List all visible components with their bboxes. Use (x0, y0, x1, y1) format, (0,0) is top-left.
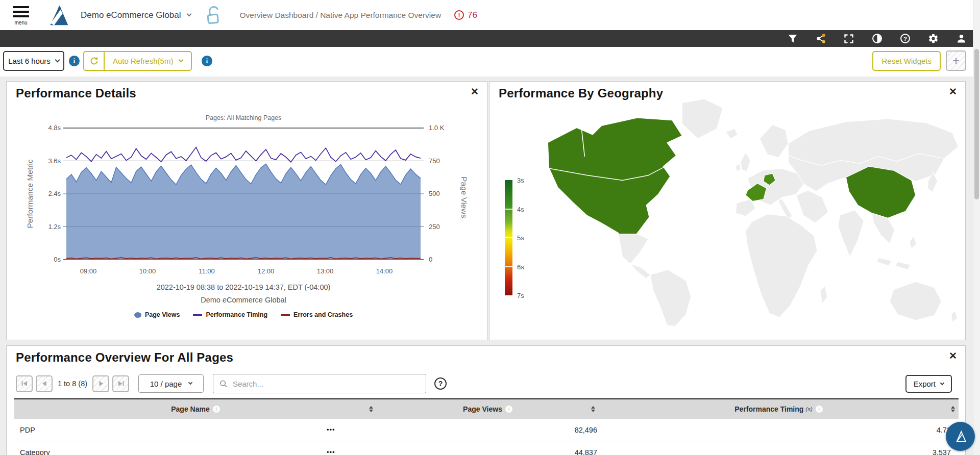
country-new-zealand (951, 311, 958, 322)
region-scandinavia (760, 125, 788, 158)
table-help-icon[interactable]: ? (434, 377, 447, 390)
info-icon[interactable]: i (816, 406, 823, 413)
table-header: Page Name i Page Views i Performance Tim… (14, 398, 959, 419)
left-axis-tick: 0s (28, 256, 61, 263)
row-menu-button[interactable]: ••• (327, 448, 335, 455)
prev-page-button[interactable] (36, 375, 53, 392)
table-search (213, 374, 426, 393)
menu-label: menu (14, 20, 27, 26)
close-icon[interactable]: ✕ (949, 350, 957, 362)
widget-title: Performance Details (16, 86, 136, 100)
menu-button[interactable]: menu (11, 5, 31, 26)
error-count: 76 (468, 10, 477, 20)
pages-overview-widget: Performance Overview For All Pages ✕ 1 t… (6, 345, 966, 455)
chevron-down-icon (186, 12, 191, 17)
x-axis-tick: 10:00 (139, 267, 156, 275)
auto-refresh-toggle[interactable]: Auto Refresh(5m) (105, 52, 191, 70)
user-icon[interactable] (955, 33, 967, 44)
continent-africa (746, 214, 817, 317)
country-north-america (548, 118, 682, 247)
help-icon[interactable]: ? (899, 33, 911, 44)
left-axis-tick: 4.8s (28, 124, 61, 132)
chart-subtitle: Pages: All Matching Pages (66, 114, 421, 121)
fullscreen-icon[interactable] (843, 33, 854, 44)
settings-gear-icon[interactable] (927, 33, 939, 44)
export-button[interactable]: Export (905, 375, 952, 393)
page-size-select[interactable]: 10 / page (138, 374, 204, 393)
performance-timing-cell: 3.537 (606, 448, 959, 455)
performance-timing-cell: 4.72 (606, 426, 959, 434)
legend-item[interactable]: Performance Timing (193, 311, 267, 318)
next-page-button[interactable] (92, 375, 109, 392)
right-axis-tick: 500 (429, 190, 440, 197)
scale-label: 7s (517, 292, 524, 299)
country-madagascar (820, 286, 827, 304)
error-count-badge[interactable]: ! 76 (454, 10, 477, 20)
row-menu-button[interactable]: ••• (327, 426, 335, 434)
filter-icon[interactable] (787, 33, 798, 44)
right-axis-tick: 0 (429, 256, 432, 263)
column-header-performance-timing[interactable]: Performance Timing (s) i (599, 399, 959, 419)
country-south-america (650, 270, 691, 326)
brand-logo-icon[interactable] (47, 4, 69, 27)
brand-chat-bubble[interactable] (946, 422, 975, 451)
chart-legend: Page ViewsPerformance TimingErrors and C… (66, 311, 421, 318)
info-icon[interactable]: i (213, 406, 220, 413)
close-icon[interactable]: ✕ (471, 86, 479, 97)
reset-widgets-button[interactable]: Reset Widgets (872, 51, 941, 71)
first-page-button[interactable] (16, 375, 33, 392)
region-se-asia (872, 213, 895, 244)
scale-label: 6s (517, 263, 524, 271)
x-axis-tick: 13:00 (317, 267, 334, 275)
table-row[interactable]: Category•••44,8373.537 (14, 441, 959, 455)
search-input[interactable] (233, 380, 420, 388)
column-header-page-views[interactable]: Page Views i (377, 399, 599, 419)
country-indonesia-1 (877, 258, 892, 266)
sort-toggle[interactable] (591, 406, 595, 412)
legend-swatch (193, 314, 202, 316)
sort-toggle[interactable] (951, 406, 955, 412)
sort-toggle[interactable] (369, 406, 373, 412)
world-map-countries[interactable] (548, 99, 958, 326)
column-header-page-name[interactable]: Page Name i (14, 399, 377, 419)
page-name-cell[interactable]: PDP (14, 426, 35, 434)
last-page-button[interactable] (112, 375, 129, 392)
scrollbar-thumb[interactable] (974, 49, 979, 199)
page-name-cell[interactable]: Category (14, 448, 50, 455)
chart-caption-account: Demo eCommerce Global (66, 296, 421, 304)
info-icon[interactable]: i (505, 406, 512, 413)
region-iberia (736, 199, 755, 216)
time-range-info-icon[interactable]: i (69, 56, 80, 66)
refresh-button[interactable] (84, 52, 105, 70)
country-indonesia-2 (896, 262, 911, 270)
share-icon[interactable] (815, 33, 826, 44)
page-scrollbar (973, 0, 980, 455)
x-axis-tick: 12:00 (258, 267, 275, 275)
legend-item[interactable]: Errors and Crashes (281, 311, 353, 318)
left-axis-tick: 1.2s (28, 223, 61, 231)
legend-item[interactable]: Page Views (134, 311, 180, 318)
toolbar-icons: ? (787, 30, 967, 47)
account-selector[interactable]: Demo eCommerce Global (81, 10, 191, 20)
table-body: PDP•••82,4964.72Category•••44,8373.537 (14, 419, 959, 455)
right-axis-tick: 750 (429, 157, 440, 165)
search-icon (219, 380, 228, 388)
table-row[interactable]: PDP•••82,4964.72 (14, 419, 959, 441)
world-map[interactable] (518, 90, 965, 330)
left-axis-tick: 2.4s (28, 190, 61, 197)
page-views-cell: 44,837 (384, 448, 606, 455)
unlock-icon[interactable] (202, 3, 222, 28)
add-widget-button[interactable]: + (946, 50, 966, 71)
pagination-range: 1 to 8 (8) (58, 380, 87, 388)
left-axis-tick: 3.6s (28, 157, 61, 165)
right-axis-tick: 250 (429, 223, 440, 231)
timeseries-chart[interactable] (66, 128, 421, 260)
performance-details-widget: Performance Details ✕ Pages: All Matchin… (6, 81, 487, 340)
auto-refresh-info-icon[interactable]: i (202, 56, 212, 66)
contrast-icon[interactable] (871, 33, 883, 44)
brand-logo-icon (953, 429, 968, 444)
x-axis-tick: 11:00 (199, 267, 215, 275)
time-range-selector[interactable]: Last 6 hours (3, 51, 64, 71)
x-axis-tick: 09:00 (80, 267, 97, 275)
country-iceland (726, 129, 738, 138)
